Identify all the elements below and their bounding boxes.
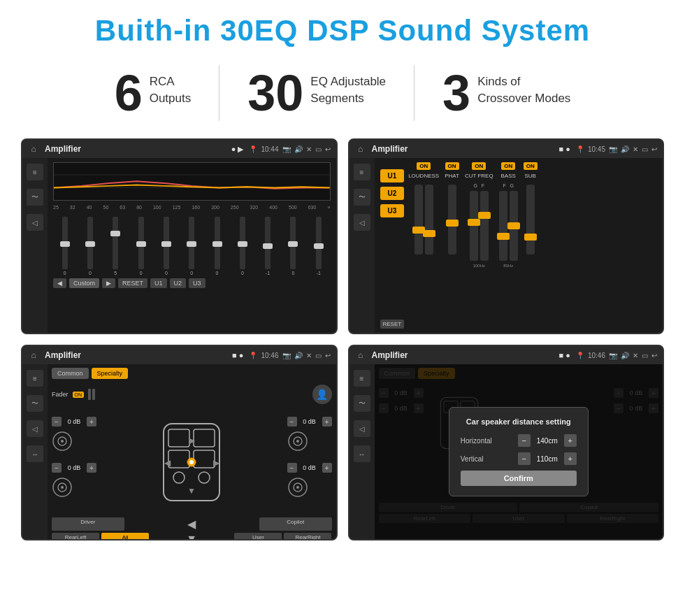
eq-thumb-6[interactable] [212, 241, 222, 247]
bass-thumb-2[interactable] [507, 222, 520, 229]
wave-icon[interactable]: 〜 [27, 189, 43, 206]
u3-btn-1[interactable]: U3 [189, 278, 206, 288]
u2-btn-1[interactable]: U2 [170, 278, 187, 288]
eq-track-8[interactable] [265, 217, 271, 269]
fader-on[interactable]: ON [73, 392, 85, 398]
back-icon-4[interactable]: ↩ [651, 352, 657, 359]
u3-button[interactable]: U3 [380, 204, 405, 217]
eq-track-3[interactable] [138, 217, 144, 269]
vol-plus-r2[interactable]: + [322, 463, 332, 473]
speaker-icon[interactable]: ◁ [27, 214, 43, 231]
person-icon[interactable]: 👤 [312, 385, 332, 404]
phat-slider[interactable] [448, 185, 456, 255]
u1-button[interactable]: U1 [380, 169, 405, 182]
eq-track-4[interactable] [164, 217, 169, 269]
down-arrow[interactable]: ▼ [151, 533, 232, 540]
bass-slider-2[interactable] [510, 191, 518, 261]
eq-thumb-7[interactable] [238, 241, 247, 247]
user-btn[interactable]: User [234, 533, 282, 540]
loudness-thumb-2[interactable] [423, 230, 435, 237]
eq-track-1[interactable] [87, 217, 93, 269]
driver-btn[interactable]: Driver [52, 517, 124, 531]
eq-track-10[interactable] [316, 217, 322, 269]
eq-track-7[interactable] [240, 217, 245, 269]
eq-icon-2[interactable]: ≡ [354, 164, 370, 180]
speaker-icon-3[interactable]: ◁ [27, 420, 43, 437]
vol-plus-r1[interactable]: + [322, 417, 332, 427]
prev-btn[interactable]: ◀ [53, 278, 66, 288]
expand-icon-4[interactable]: ↔ [354, 445, 370, 462]
loudness-slider-2[interactable] [425, 185, 433, 255]
eq-track-6[interactable] [215, 217, 220, 269]
eq-thumb-9[interactable] [288, 241, 298, 247]
speaker-icon-2[interactable]: ◁ [354, 214, 370, 231]
left-arrow[interactable]: ◀ [127, 517, 257, 531]
vol-plus-l1[interactable]: + [87, 417, 96, 427]
sub-on[interactable]: ON [524, 162, 538, 170]
eq-thumb-8[interactable] [263, 243, 273, 249]
eq-track-0[interactable] [62, 217, 68, 269]
reset-btn-1[interactable]: RESET [118, 278, 147, 288]
reset-btn-2[interactable]: RESET [380, 320, 405, 329]
wave-icon-4[interactable]: 〜 [354, 395, 370, 412]
vertical-plus[interactable]: + [564, 452, 577, 465]
horizontal-minus[interactable]: − [518, 434, 531, 447]
all-btn[interactable]: All [101, 533, 149, 540]
eq-thumb-2[interactable] [110, 231, 120, 236]
rearright-btn[interactable]: RearRight [284, 533, 331, 540]
back-icon-2[interactable]: ↩ [651, 145, 657, 153]
horizontal-plus[interactable]: + [564, 434, 577, 447]
eq-thumb-0[interactable] [60, 241, 70, 247]
bass-on[interactable]: ON [501, 162, 515, 170]
expand-icon-3[interactable]: ↔ [27, 445, 43, 462]
vol-minus-l1[interactable]: − [52, 417, 62, 427]
back-icon[interactable]: ↩ [325, 145, 331, 153]
eq-thumb-1[interactable] [85, 241, 95, 247]
specialty-tab[interactable]: Specialty [92, 368, 129, 379]
eq-thumb-3[interactable] [136, 241, 146, 247]
confirm-button[interactable]: Confirm [461, 471, 577, 486]
vol-minus-r1[interactable]: − [287, 417, 297, 427]
eq-thumb-5[interactable] [187, 241, 196, 247]
loudness-slider-1[interactable] [414, 185, 423, 255]
wave-icon-3[interactable]: 〜 [27, 395, 43, 412]
speaker-icon-4[interactable]: ◁ [354, 420, 370, 437]
cutfreq-slider-2[interactable] [480, 191, 489, 261]
vol-minus-r2[interactable]: − [287, 463, 297, 473]
bass-thumb-1[interactable] [497, 233, 510, 240]
eq-icon[interactable]: ≡ [27, 164, 43, 180]
vol-minus-l2[interactable]: − [52, 463, 62, 473]
play-btn[interactable]: ▶ [102, 278, 115, 288]
cutfreq-on[interactable]: ON [472, 162, 486, 170]
cutfreq-thumb-2[interactable] [478, 212, 491, 219]
home-icon-4[interactable]: ⌂ [355, 350, 366, 361]
u2-button[interactable]: U2 [380, 187, 405, 200]
eq-track-2[interactable] [113, 217, 118, 269]
sub-thumb[interactable] [524, 234, 537, 241]
eq-icon-4[interactable]: ≡ [354, 370, 370, 387]
vertical-minus[interactable]: − [518, 452, 531, 465]
custom-btn[interactable]: Custom [69, 278, 99, 288]
u1-btn-1[interactable]: U1 [150, 278, 167, 288]
loudness-on[interactable]: ON [417, 162, 431, 170]
cutfreq-slider-1[interactable] [470, 191, 478, 261]
sub-slider[interactable] [526, 185, 535, 255]
vol-plus-l2[interactable]: + [87, 463, 96, 473]
bass-slider-1[interactable] [499, 191, 507, 261]
home-icon-2[interactable]: ⌂ [355, 143, 366, 155]
eq-thumb-10[interactable] [314, 243, 324, 249]
eq-icon-3[interactable]: ≡ [27, 370, 43, 387]
cutfreq-thumb-1[interactable] [468, 219, 480, 226]
copilot-btn[interactable]: Copilot [259, 517, 332, 531]
eq-track-5[interactable] [189, 217, 194, 269]
home-icon-3[interactable]: ⌂ [28, 350, 39, 361]
rearleft-btn[interactable]: RearLeft [52, 533, 99, 540]
wave-icon-2[interactable]: 〜 [354, 189, 370, 206]
eq-thumb-4[interactable] [161, 241, 171, 247]
eq-track-9[interactable] [290, 217, 296, 269]
back-icon-3[interactable]: ↩ [325, 352, 331, 359]
phat-thumb[interactable] [446, 220, 459, 227]
phat-on[interactable]: ON [445, 162, 459, 170]
home-icon[interactable]: ⌂ [28, 143, 39, 155]
common-tab[interactable]: Common [52, 368, 89, 379]
